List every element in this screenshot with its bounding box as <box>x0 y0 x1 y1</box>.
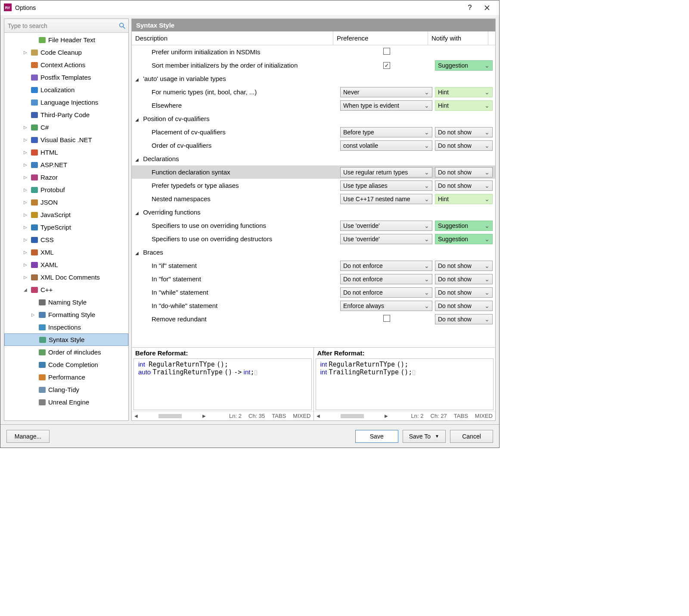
notify-dropdown[interactable]: Do not show <box>435 167 493 177</box>
preference-dropdown[interactable]: Do not enforce <box>340 274 432 284</box>
group-expander-icon[interactable]: ◢ <box>135 157 141 162</box>
group-expander-icon[interactable]: ◢ <box>135 77 141 82</box>
expander-icon[interactable]: ▷ <box>22 187 28 192</box>
group-row[interactable]: ◢ Braces <box>132 246 495 259</box>
group-row[interactable]: ◢ Declarations <box>132 152 495 165</box>
expander-icon[interactable]: ▷ <box>22 50 28 55</box>
expander-icon[interactable]: ▷ <box>22 162 28 167</box>
tree-item[interactable]: ◢C++ <box>4 283 128 296</box>
expander-icon[interactable]: ▷ <box>22 212 28 217</box>
tree-item[interactable]: Performance <box>4 371 128 383</box>
notify-dropdown[interactable]: Do not show <box>435 261 493 271</box>
tree-item[interactable]: Order of #includes <box>4 346 128 358</box>
tree-item[interactable]: Clang-Tidy <box>4 383 128 396</box>
notify-dropdown[interactable]: Do not show <box>435 301 493 311</box>
grid-body[interactable]: Prefer uniform initialization in NSDMIsS… <box>132 45 495 347</box>
notify-dropdown[interactable]: Do not show <box>435 180 493 191</box>
notify-dropdown[interactable]: Hint <box>435 100 493 111</box>
tree-item[interactable]: Third-Party Code <box>4 109 128 121</box>
notify-dropdown[interactable]: Suggestion <box>435 60 493 71</box>
tree-item[interactable]: ▷TypeScript <box>4 221 128 233</box>
expander-icon[interactable]: ▷ <box>22 175 28 180</box>
hscroll-before[interactable]: ◀▶ <box>134 414 206 418</box>
save-to-button[interactable]: Save To▼ <box>403 430 446 443</box>
tree-item[interactable]: ▷XAML <box>4 258 128 271</box>
tree-item[interactable]: ▷CSS <box>4 233 128 246</box>
preference-dropdown[interactable]: Enforce always <box>340 301 432 311</box>
tree-item[interactable]: ▷ASP.NET <box>4 159 128 171</box>
preference-dropdown[interactable]: Never <box>340 87 432 97</box>
tree-item[interactable]: ▷Code Cleanup <box>4 46 128 59</box>
tree-item[interactable]: ▷C# <box>4 121 128 134</box>
expander-icon[interactable]: ▷ <box>22 250 28 255</box>
tree-item[interactable]: ▷Razor <box>4 171 128 184</box>
group-row[interactable]: ◢ Overriding functions <box>132 205 495 219</box>
preference-dropdown[interactable]: Do not enforce <box>340 261 432 271</box>
expander-icon[interactable]: ▷ <box>22 200 28 205</box>
notify-dropdown[interactable]: Suggestion <box>435 221 493 231</box>
expander-icon[interactable]: ▷ <box>22 237 28 242</box>
preference-checkbox[interactable] <box>383 48 390 55</box>
notify-dropdown[interactable]: Do not show <box>435 287 493 298</box>
save-button[interactable]: Save <box>355 430 398 443</box>
help-button[interactable]: ? <box>461 0 478 15</box>
tree-item[interactable]: ▷Visual Basic .NET <box>4 134 128 146</box>
notify-dropdown[interactable]: Do not show <box>435 127 493 137</box>
preference-dropdown[interactable]: const volatile <box>340 140 432 151</box>
manage-button[interactable]: Manage... <box>6 430 50 443</box>
tree-item[interactable]: Postfix Templates <box>4 71 128 84</box>
tree-item[interactable]: File Header Text <box>4 34 128 46</box>
expander-icon[interactable]: ◢ <box>22 287 28 292</box>
tree-item[interactable]: Syntax Style <box>4 333 128 346</box>
preference-dropdown[interactable]: Use regular return types <box>340 167 432 177</box>
tree-item[interactable]: ▷Protobuf <box>4 184 128 196</box>
preference-dropdown[interactable]: Before type <box>340 127 432 137</box>
expander-icon[interactable]: ▷ <box>30 312 36 317</box>
group-expander-icon[interactable]: ◢ <box>135 251 141 255</box>
tree-item[interactable]: ▷Formatting Style <box>4 308 128 321</box>
expander-icon[interactable]: ▷ <box>22 225 28 230</box>
tree-item[interactable]: Code Completion <box>4 358 128 371</box>
preference-checkbox[interactable] <box>383 315 390 322</box>
preference-dropdown[interactable]: When type is evident <box>340 100 432 111</box>
tree-item[interactable]: Localization <box>4 84 128 96</box>
preference-dropdown[interactable]: Do not enforce <box>340 287 432 298</box>
notify-dropdown[interactable]: Do not show <box>435 140 493 151</box>
search-input[interactable] <box>4 22 116 29</box>
expander-icon[interactable]: ▷ <box>22 125 28 130</box>
tree-item[interactable]: Inspections <box>4 321 128 333</box>
tree-item[interactable]: ▷XML <box>4 246 128 258</box>
tree-item[interactable]: Context Actions <box>4 59 128 71</box>
tree-item[interactable]: ▷JSON <box>4 196 128 208</box>
expander-icon[interactable]: ▷ <box>22 137 28 142</box>
tree-item[interactable]: Language Injections <box>4 96 128 109</box>
notify-dropdown[interactable]: Suggestion <box>435 234 493 244</box>
tree-scroll[interactable]: File Header Text▷Code CleanupContext Act… <box>4 33 128 420</box>
notify-dropdown[interactable]: Do not show <box>435 274 493 284</box>
notify-dropdown[interactable]: Do not show <box>435 314 493 324</box>
tree-item[interactable]: Unreal Engine <box>4 396 128 408</box>
notify-dropdown[interactable]: Hint <box>435 87 493 97</box>
tree-item[interactable]: ▷XML Doc Comments <box>4 271 128 283</box>
close-button[interactable] <box>478 0 496 15</box>
group-row[interactable]: ◢ 'auto' usage in variable types <box>132 72 495 85</box>
group-expander-icon[interactable]: ◢ <box>135 117 141 122</box>
svg-rect-12 <box>31 137 38 143</box>
expander-icon[interactable]: ▷ <box>22 150 28 155</box>
expander-icon[interactable]: ▷ <box>22 275 28 280</box>
preference-dropdown[interactable]: Use type aliases <box>340 180 432 191</box>
group-expander-icon[interactable]: ◢ <box>135 211 141 215</box>
hscroll-after[interactable]: ◀▶ <box>317 414 388 418</box>
tree-item[interactable]: Naming Style <box>4 296 128 308</box>
preference-dropdown[interactable]: Use 'override' <box>340 234 432 244</box>
preference-checkbox[interactable]: ✓ <box>383 62 390 69</box>
tree-item[interactable]: ▷JavaScript <box>4 208 128 221</box>
expander-icon[interactable]: ▷ <box>22 262 28 267</box>
group-row[interactable]: ◢ Position of cv-qualifiers <box>132 112 495 125</box>
preference-dropdown[interactable]: Use 'override' <box>340 221 432 231</box>
notify-dropdown[interactable]: Hint <box>435 194 493 204</box>
preference-dropdown[interactable]: Use C++17 nested name <box>340 194 432 204</box>
cancel-button[interactable]: Cancel <box>450 430 493 443</box>
tree-item[interactable]: ▷HTML <box>4 146 128 159</box>
search-icon[interactable] <box>116 22 128 30</box>
